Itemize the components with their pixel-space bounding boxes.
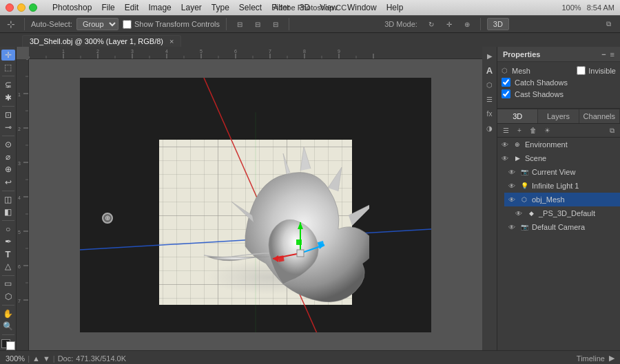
catch-shadows-row: Catch Shadows xyxy=(502,78,616,87)
props-collapse-icon[interactable]: − xyxy=(601,50,606,58)
magic-wand-tool[interactable]: ✱ xyxy=(1,92,15,103)
status-dropdown[interactable]: ▼ xyxy=(43,354,50,363)
color-swatch[interactable] xyxy=(1,339,15,350)
align-left-icon[interactable]: ⊟ xyxy=(233,17,247,31)
right-icon-layers[interactable]: ☰ xyxy=(484,93,496,105)
canvas-3d-viewport[interactable]: ⊕ xyxy=(29,59,482,350)
align-center-icon[interactable]: ⊟ xyxy=(251,17,265,31)
clone-tool[interactable]: ⊕ xyxy=(1,164,15,175)
svg-text:5: 5 xyxy=(18,230,21,235)
menu-window[interactable]: Window xyxy=(343,2,381,13)
panel-toolbar: ☰ + 🗑 ☀ ⧉ xyxy=(497,124,620,138)
status-play-btn[interactable]: ▶ xyxy=(609,354,614,363)
history-brush-tool[interactable]: ↩ xyxy=(1,176,15,187)
minimize-button[interactable] xyxy=(17,3,25,12)
menu-layer[interactable]: Layer xyxy=(177,2,206,13)
tab-channels[interactable]: Channels xyxy=(579,109,620,123)
status-triangle[interactable]: ▲ xyxy=(32,354,40,363)
right-icon-adj[interactable]: ◑ xyxy=(484,122,496,134)
canvas-origin-handle[interactable]: ⊕ xyxy=(102,213,113,224)
panel-tool-add[interactable]: + xyxy=(514,125,525,136)
invisible-checkbox[interactable] xyxy=(577,66,586,75)
layer-item-environment[interactable]: 👁 ⊕ Environment xyxy=(497,138,620,151)
layer-item-default-camera[interactable]: 👁 📷 Default Camera xyxy=(504,220,620,234)
3d-tool[interactable]: ⬡ xyxy=(1,291,15,302)
cast-shadows-checkbox[interactable] xyxy=(502,89,510,98)
align-right-icon[interactable]: ⊟ xyxy=(269,17,282,31)
brush-tool[interactable]: ⌀ xyxy=(1,151,15,162)
panel-tool-delete[interactable]: 🗑 xyxy=(528,125,539,136)
layer-vis-scene[interactable]: 👁 xyxy=(500,153,510,163)
menu-photoshop[interactable]: Photoshop xyxy=(48,2,96,13)
screen-mode-icon[interactable]: ⧉ xyxy=(602,17,616,31)
menu-file[interactable]: File xyxy=(97,2,118,13)
3d-canvas[interactable]: ⊕ xyxy=(80,78,431,332)
right-icon-a[interactable]: A xyxy=(484,64,496,76)
tab-3d[interactable]: 3D xyxy=(497,109,538,123)
options-bar: ⊹ Auto-Select: Group Show Transform Cont… xyxy=(0,15,620,33)
heal-tool[interactable]: ⊙ xyxy=(1,139,15,150)
menu-image[interactable]: Image xyxy=(144,2,175,13)
timeline-label[interactable]: Timeline xyxy=(577,354,605,363)
panel-tool-light[interactable]: ☀ xyxy=(541,125,552,136)
maximize-button[interactable] xyxy=(29,3,37,12)
tab-layers[interactable]: Layers xyxy=(538,109,579,123)
layer-item-current-view[interactable]: 👁 📷 Current View xyxy=(504,165,620,179)
auto-select-label: Auto-Select: xyxy=(31,20,72,28)
menu-select[interactable]: Select xyxy=(235,2,266,13)
svg-text:8: 8 xyxy=(303,49,306,54)
show-transform-checkbox[interactable] xyxy=(123,20,132,29)
layer-vis-env[interactable]: 👁 xyxy=(500,140,510,149)
right-icon-fx[interactable]: fx xyxy=(484,107,496,120)
svg-text:2: 2 xyxy=(96,49,99,54)
menu-edit[interactable]: Edit xyxy=(121,2,143,13)
layer-vis-obj-mesh[interactable]: 👁 xyxy=(507,195,517,204)
layer-icon-default-cam: 📷 xyxy=(519,222,529,232)
catch-shadows-checkbox[interactable] xyxy=(502,78,510,87)
tab-bar: 3D_Shell.obj @ 300% (Layer 1, RGB/8) × xyxy=(0,33,620,47)
selection-tool[interactable]: ⬚ xyxy=(1,62,15,73)
close-button[interactable] xyxy=(6,3,14,12)
layer-item-inf-light[interactable]: 👁 💡 Infinite Light 1 xyxy=(504,179,620,193)
canvas-area[interactable]: 1 2 3 4 5 6 7 8 9 xyxy=(17,47,482,350)
props-menu-icon[interactable]: ≡ xyxy=(610,50,614,58)
layer-vis-def-cam[interactable]: 👁 xyxy=(507,222,517,232)
layer-vis-cur-view[interactable]: 👁 xyxy=(507,167,517,177)
zoom-tool-left[interactable]: 🔍 xyxy=(1,321,15,332)
tool-separator3 xyxy=(2,136,14,136)
layer-item-scene[interactable]: 👁 ▶ Scene xyxy=(497,151,620,165)
layer-vis-inf-light[interactable]: 👁 xyxy=(507,181,517,191)
crop-tool[interactable]: ⊡ xyxy=(1,109,15,120)
svg-rect-70 xyxy=(297,250,304,257)
lasso-tool[interactable]: ⊊ xyxy=(1,79,15,90)
tab-close-button[interactable]: × xyxy=(169,37,174,45)
pen-tool[interactable]: ✒ xyxy=(1,236,15,247)
menu-help[interactable]: Help xyxy=(382,2,408,13)
3d-button[interactable]: 3D xyxy=(487,18,509,30)
shape-tool[interactable]: ▭ xyxy=(1,278,15,289)
dodge-tool[interactable]: ○ xyxy=(1,224,15,235)
right-icon-3d[interactable]: ⬡ xyxy=(484,78,496,91)
text-tool[interactable]: T xyxy=(1,248,15,259)
layer-item-ps-3d[interactable]: 👁 ◆ _PS_3D_Default xyxy=(511,206,620,220)
3d-rotate-icon[interactable]: ↻ xyxy=(424,17,438,31)
move-tool[interactable]: ✛ xyxy=(1,50,15,61)
layer-icon-mesh: ⬡ xyxy=(519,195,529,204)
3d-zoom-icon[interactable]: ⊕ xyxy=(460,17,474,31)
auto-select-dropdown[interactable]: Group xyxy=(76,18,118,30)
panel-expand-btn[interactable]: ⧉ xyxy=(606,125,617,136)
right-icon-play[interactable]: ▶ xyxy=(484,50,496,62)
panel-tool-filter[interactable]: ☰ xyxy=(500,125,511,136)
path-tool[interactable]: △ xyxy=(1,261,15,272)
eyedropper-tool[interactable]: ⊸ xyxy=(1,122,15,133)
menu-type[interactable]: Type xyxy=(207,2,234,13)
properties-panel: Properties − ≡ ⬡ Mesh Invisible xyxy=(497,47,620,350)
eraser-tool[interactable]: ◫ xyxy=(1,193,15,204)
hand-tool[interactable]: ✋ xyxy=(1,308,15,319)
show-transform-label: Show Transform Controls xyxy=(134,20,220,28)
gradient-tool[interactable]: ◧ xyxy=(1,206,15,217)
layer-vis-ps-3d[interactable]: 👁 xyxy=(514,208,524,218)
layer-item-obj-mesh[interactable]: 👁 ⬡ obj_Mesh xyxy=(504,193,620,206)
3d-pan-icon[interactable]: ✛ xyxy=(442,17,456,31)
document-tab[interactable]: 3D_Shell.obj @ 300% (Layer 1, RGB/8) × xyxy=(22,35,181,47)
